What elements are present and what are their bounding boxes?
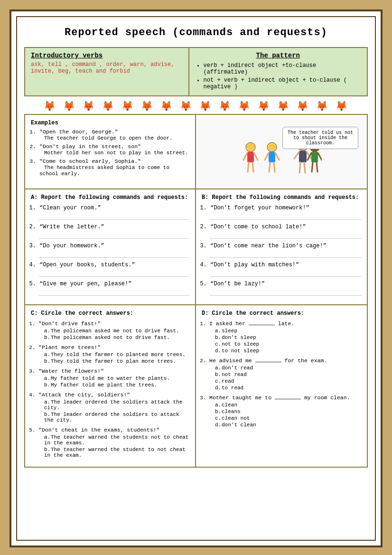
section-c-q2: "Plant more trees!" a.They told the farm… xyxy=(38,344,189,364)
section-c-cell: C: Circle the correct answers: "Don't dr… xyxy=(25,305,196,467)
inner-border: Reported speech (commands and requests) … xyxy=(16,16,376,541)
example-1-reported: The teacher told George to open the door… xyxy=(44,135,173,141)
section-a-list: “Clean your room.” “Write the letter.” “… xyxy=(31,205,189,296)
svg-line-2 xyxy=(243,153,247,160)
section-b-q2: “Don’t come to school late!” xyxy=(210,224,361,239)
cd-row: C: Circle the correct answers: "Don't dr… xyxy=(25,305,367,467)
intro-left-heading: Introductory verbs xyxy=(31,52,183,59)
svg-line-23 xyxy=(317,162,317,172)
example-2: "Don't play in the street, son" Mother t… xyxy=(39,143,189,156)
svg-line-17 xyxy=(304,162,305,173)
answer-line-a2 xyxy=(39,231,189,239)
cartoon-area: The teacher told us not to shout inside … xyxy=(200,120,363,184)
section-d-q3: Mother taught me to my room clean. a.cle… xyxy=(209,395,361,428)
main-grid: Examples "Open the door, George." The te… xyxy=(24,114,368,468)
section-a-q3: “Do your homework.” xyxy=(39,243,189,258)
section-a-q1: “Clean your room.” xyxy=(39,205,189,220)
examples-cell: Examples "Open the door, George." The te… xyxy=(25,115,196,188)
fox-divider: 🦊 🦊 🦊 🦊 🦊 🦊 🦊 🦊 🦊 🦊 🦊 🦊 🦊 🦊 🦊 🦊 xyxy=(24,100,368,112)
section-c-list: "Don't drive fast!" a.The policeman aske… xyxy=(31,320,189,458)
ab-row: A: Report the following commands and req… xyxy=(25,189,367,305)
page-title: Reported speech (commands and requests) xyxy=(24,27,368,38)
section-c-q4: "Attack the city, soldiers!" a.The leade… xyxy=(38,392,189,423)
example-3-direct: "Come to school early, Sophia." xyxy=(39,158,141,164)
svg-line-10 xyxy=(269,162,270,172)
image-cell: The teacher told us not to shout inside … xyxy=(196,115,367,188)
intro-section: Introductory verbs ask, tell , command ,… xyxy=(24,47,368,96)
svg-point-0 xyxy=(246,142,255,152)
answer-line-a5 xyxy=(39,288,189,296)
answer-line-b3 xyxy=(210,250,361,258)
answer-line-b1 xyxy=(210,212,361,220)
pattern-list: verb + indirect object +to-clause (affir… xyxy=(195,62,361,90)
example-2-direct: "Don't play in the street, son" xyxy=(39,143,141,150)
speech-bubble: The teacher told us not to shout inside … xyxy=(282,127,358,149)
svg-rect-7 xyxy=(269,152,275,162)
section-b-q4: “Don’t play with matches!” xyxy=(210,262,361,277)
svg-line-4 xyxy=(248,162,249,172)
section-c-heading: C: Circle the correct answers: xyxy=(31,310,189,317)
answer-line-b5 xyxy=(210,288,361,296)
svg-rect-1 xyxy=(247,152,254,162)
section-c-q3: "Water the flowers!" a.My father told me… xyxy=(38,368,189,388)
section-c-q1: "Don't drive fast!" a.The policeman aske… xyxy=(38,320,189,340)
svg-rect-13 xyxy=(299,151,307,162)
svg-line-21 xyxy=(318,153,322,160)
svg-line-5 xyxy=(252,162,253,172)
examples-heading: Examples xyxy=(31,120,189,126)
answer-line-a3 xyxy=(39,250,189,258)
svg-line-9 xyxy=(275,153,279,160)
svg-line-16 xyxy=(299,162,300,173)
example-3-reported: The headmistress asked Sophia to come to… xyxy=(39,165,169,177)
intro-right-heading: The pattern xyxy=(195,52,361,59)
svg-point-6 xyxy=(267,142,277,152)
pattern-item-2: not + verb + indirect object + to-clause… xyxy=(204,77,361,90)
intro-left-content: ask, tell , command , order, warn, advis… xyxy=(31,61,183,75)
section-c-q5: "Don't cheat in the exams, students!" a.… xyxy=(38,427,189,458)
section-d-cell: D: Circle the correct answers: I asked h… xyxy=(196,305,367,467)
section-b-q3: “Don’t come near the lion’s cage!” xyxy=(210,243,361,258)
examples-list: "Open the door, George." The teacher tol… xyxy=(31,129,189,177)
section-a-heading: A: Report the following commands and req… xyxy=(31,194,189,201)
svg-line-22 xyxy=(312,162,313,172)
section-b-q1: “Don’t forget your homework!” xyxy=(210,205,361,220)
section-a-q4: “Open your books, students.” xyxy=(39,262,189,277)
svg-line-3 xyxy=(254,153,258,160)
svg-line-14 xyxy=(294,152,299,159)
answer-line-a4 xyxy=(39,269,189,277)
section-b-heading: B: Report the following commands and req… xyxy=(202,194,361,201)
section-b-cell: B: Report the following commands and req… xyxy=(196,189,367,304)
answer-line-b4 xyxy=(210,269,361,277)
svg-line-8 xyxy=(265,153,269,160)
example-1-direct: "Open the door, George." xyxy=(39,129,118,135)
examples-row: Examples "Open the door, George." The te… xyxy=(25,115,367,189)
example-1: "Open the door, George." The teacher tol… xyxy=(39,129,189,141)
svg-line-11 xyxy=(274,162,275,172)
pattern-item-1: verb + indirect object +to-clause (affir… xyxy=(204,62,361,75)
intro-right: The pattern verb + indirect object +to-c… xyxy=(189,48,367,95)
outer-border: Reported speech (commands and requests) … xyxy=(9,9,383,547)
example-3: "Come to school early, Sophia." The head… xyxy=(39,158,189,177)
section-a-q2: “Write the letter.” xyxy=(39,224,189,239)
svg-rect-19 xyxy=(311,152,318,162)
section-d-q2: He advised me for the exam. a.don't read… xyxy=(209,357,361,391)
section-a-q5: “Give me your pen, please!” xyxy=(39,281,189,296)
answer-line-a1 xyxy=(39,212,189,220)
example-2-reported: Mother told her son not to play in the s… xyxy=(44,150,188,156)
intro-left: Introductory verbs ask, tell , command ,… xyxy=(25,48,189,95)
section-b-list: “Don’t forget your homework!” “Don’t com… xyxy=(202,205,361,296)
section-d-list: I asked her late. a.sleep b.don't sleep … xyxy=(202,320,361,428)
section-b-q5: “Don’t be lazy!” xyxy=(210,281,361,296)
section-d-q1: I asked her late. a.sleep b.don't sleep … xyxy=(209,320,361,354)
answer-line-b2 xyxy=(210,231,361,239)
section-d-heading: D: Circle the correct answers: xyxy=(202,310,361,317)
section-a-cell: A: Report the following commands and req… xyxy=(25,189,196,304)
